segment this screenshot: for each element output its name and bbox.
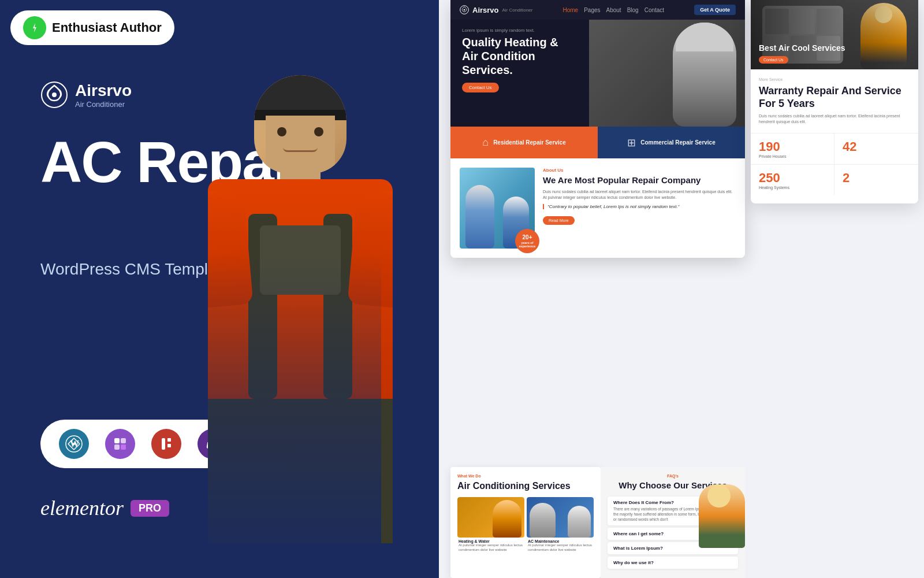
about-section: 20+ years of experience About Us We Are … bbox=[450, 158, 745, 258]
nav-link-about[interactable]: About bbox=[606, 7, 621, 13]
warranty-hero-text: Best Air Cool Services Contact Us bbox=[759, 43, 845, 64]
svg-text:W: W bbox=[70, 439, 79, 449]
warranty-section: More Service Warranty Repair And Service… bbox=[751, 69, 918, 133]
warranty-hero-cta-text: Best Air Cool Services bbox=[759, 43, 845, 53]
svg-rect-9 bbox=[110, 433, 131, 454]
site-logo-name: Airsrvo bbox=[472, 6, 499, 14]
residential-label: Residential Repair Service bbox=[493, 139, 566, 146]
svg-rect-16 bbox=[167, 438, 171, 442]
warranty-card: Best Air Cool Services Contact Us More S… bbox=[751, 0, 918, 203]
about-quote: "Contrary to popular belief, Lorem Ips i… bbox=[543, 204, 736, 209]
commercial-label: Commercial Repair Service bbox=[640, 139, 716, 146]
svg-point-5 bbox=[52, 92, 57, 97]
stat-number-3: 250 bbox=[759, 171, 826, 186]
hero-image bbox=[589, 20, 745, 127]
nav-link-contact[interactable]: Contact bbox=[644, 7, 664, 13]
building-icon: ⊞ bbox=[627, 136, 636, 149]
service-item-1: Heating & Water At pulvinar integer semp… bbox=[457, 497, 524, 553]
badge-icon bbox=[23, 16, 46, 39]
stat-number-2: 42 bbox=[843, 139, 910, 154]
svg-point-21 bbox=[464, 9, 465, 11]
svg-rect-11 bbox=[121, 438, 126, 443]
site-logo: Airsrvo Air Conditioner bbox=[460, 5, 532, 14]
home-icon: ⌂ bbox=[482, 136, 489, 149]
logo-subtitle: Air Conditioner bbox=[75, 100, 132, 109]
about-label: About Us bbox=[543, 168, 736, 173]
service-2-body: At pulvinar integer semper ridiculus lec… bbox=[527, 543, 594, 553]
faq-item-4[interactable]: Why do we use it? bbox=[608, 557, 738, 569]
badge-text: Enthusiast Author bbox=[52, 20, 162, 35]
worker-figure bbox=[173, 58, 439, 578]
service-item-2: AC Maintenance At pulvinar integer sempe… bbox=[527, 497, 594, 553]
svg-rect-17 bbox=[167, 444, 171, 447]
nav-link-pages[interactable]: Pages bbox=[584, 7, 600, 13]
pro-badge: PRO bbox=[131, 500, 169, 517]
years-badge: 20+ years of experience bbox=[515, 229, 539, 253]
read-more-button[interactable]: Read More bbox=[543, 216, 575, 225]
site-navigation: Airsrvo Air Conditioner Home Pages About… bbox=[450, 0, 745, 20]
svg-rect-12 bbox=[114, 444, 120, 450]
about-body: Duis nunc sodales cubilia ad laoreet ali… bbox=[543, 189, 736, 201]
services-title: Air Conditioning Services bbox=[457, 480, 594, 491]
browser-card-main: Airsrvo Air Conditioner Home Pages About… bbox=[450, 0, 745, 258]
quix-icon bbox=[105, 429, 135, 459]
nav-link-blog[interactable]: Blog bbox=[627, 7, 639, 13]
svg-rect-13 bbox=[121, 444, 126, 450]
stat-item-3: 250 Heating Systems bbox=[751, 165, 834, 195]
logo-area: Airsrvo Air Conditioner bbox=[40, 81, 132, 109]
service-1-body: At pulvinar integer semper ridiculus lec… bbox=[457, 543, 524, 553]
site-hero: Lorem ipsum is simply random text. Quali… bbox=[450, 20, 745, 127]
svg-rect-15 bbox=[162, 438, 165, 450]
stat-item-4: 2 bbox=[834, 165, 918, 195]
warranty-label: More Service bbox=[759, 77, 910, 81]
hero-cta-button[interactable]: Contact Us bbox=[462, 83, 499, 92]
stat-number-1: 190 bbox=[759, 139, 826, 154]
author-badge: Enthusiast Author bbox=[10, 10, 174, 45]
service-1-label: Heating & Water bbox=[457, 539, 524, 543]
wordpress-icon: W bbox=[59, 429, 89, 459]
about-image-block: 20+ years of experience bbox=[460, 168, 535, 249]
site-logo-sub: Air Conditioner bbox=[502, 8, 533, 13]
stat-label-3: Heating Systems bbox=[759, 186, 826, 190]
nav-link-home[interactable]: Home bbox=[562, 7, 578, 13]
nav-cta-button[interactable]: Get A Quote bbox=[694, 5, 736, 15]
logo-icon bbox=[40, 81, 68, 109]
commercial-service-btn[interactable]: ⊞ Commercial Repair Service bbox=[598, 127, 745, 158]
faq-worker-image bbox=[699, 484, 745, 548]
about-title: We Are Most Popular Repair Company bbox=[543, 175, 736, 186]
svg-rect-10 bbox=[114, 438, 120, 443]
elementor-badge: elementor PRO bbox=[40, 496, 169, 520]
stat-item-1: 190 Private Houses bbox=[751, 134, 834, 165]
warranty-title: Warranty Repair And Service For 5 Years bbox=[759, 85, 910, 110]
services-card: What We Do Air Conditioning Services Hea… bbox=[450, 467, 601, 578]
service-buttons-row: ⌂ Residential Repair Service ⊞ Commercia… bbox=[450, 127, 745, 158]
stat-number-4: 2 bbox=[843, 171, 910, 186]
bottom-cards-row: What We Do Air Conditioning Services Hea… bbox=[450, 467, 745, 578]
about-content: About Us We Are Most Popular Repair Comp… bbox=[543, 168, 736, 249]
hero-title: Quality Heating & Air Condition Services… bbox=[462, 35, 566, 77]
services-label: What We Do bbox=[457, 474, 594, 478]
left-panel: Enthusiast Author Airsrvo Air Conditione… bbox=[0, 0, 439, 578]
right-panel: Airsrvo Air Conditioner Home Pages About… bbox=[439, 0, 924, 578]
elementor-text: elementor bbox=[40, 496, 124, 520]
hero-lorem: Lorem ipsum is simply random text. bbox=[462, 28, 566, 33]
stat-label-1: Private Houses bbox=[759, 154, 826, 158]
warranty-body: Duis nunc sodales cubilia ad laoreet ali… bbox=[759, 113, 910, 125]
warranty-hero-image: Best Air Cool Services Contact Us bbox=[751, 0, 918, 69]
stats-grid: 190 Private Houses 42 250 Heating System… bbox=[751, 133, 918, 195]
nav-links: Home Pages About Blog Contact bbox=[562, 7, 664, 13]
residential-service-btn[interactable]: ⌂ Residential Repair Service bbox=[450, 127, 598, 158]
services-grid: Heating & Water At pulvinar integer semp… bbox=[457, 497, 594, 553]
service-2-label: AC Maintenance bbox=[527, 539, 594, 543]
stat-item-2: 42 bbox=[834, 134, 918, 165]
faq-label: FAQ's bbox=[608, 474, 738, 478]
warranty-hero-btn[interactable]: Contact Us bbox=[759, 56, 788, 64]
logo-name: Airsrvo bbox=[75, 81, 132, 100]
faq-card: FAQ's Why Choose Our Services Where Does… bbox=[601, 467, 745, 578]
hero-content: Lorem ipsum is simply random text. Quali… bbox=[462, 28, 566, 92]
